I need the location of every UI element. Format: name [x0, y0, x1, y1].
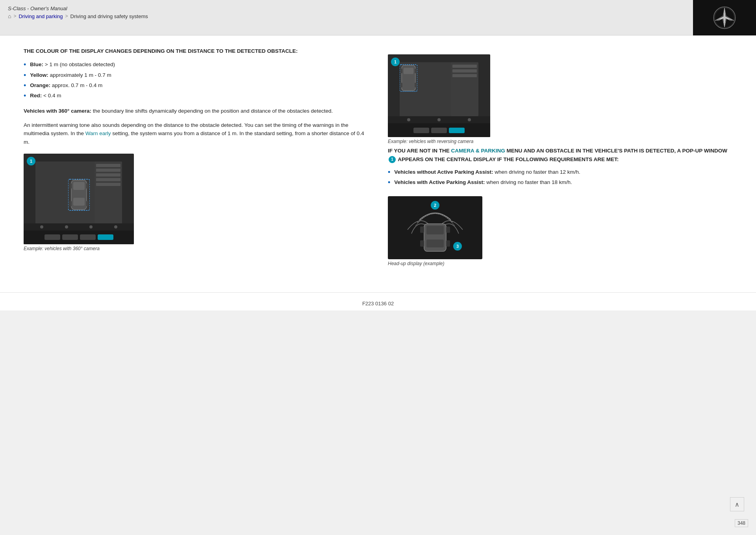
sidebar-line — [96, 178, 120, 181]
manual-title: S-Class - Owner's Manual — [8, 3, 748, 13]
screen-button — [44, 234, 60, 240]
screen-button — [449, 128, 465, 133]
nav-dot — [468, 118, 471, 121]
list-item-no-parking-assist: • Vehicles without Active Parking Assist… — [388, 168, 732, 176]
svg-rect-28 — [420, 227, 424, 233]
screen-bottom-bar-right — [388, 123, 490, 137]
right-column: 1 — [388, 47, 732, 269]
badge-1-right: 1 — [391, 58, 400, 66]
bullet-dot: • — [24, 82, 26, 89]
breadcrumb-sep1: > — [13, 13, 16, 19]
doc-code: F223 0136 02 — [362, 301, 394, 307]
right-top-image-container: 1 — [388, 54, 732, 144]
bullet-label-blue: Blue: — [30, 61, 43, 67]
list-item-blue: • Blue: > 1 m (no obstacles detected) — [24, 61, 368, 69]
svg-rect-21 — [415, 69, 417, 73]
breadcrumb: ⌂ > Driving and parking > Driving and dr… — [8, 13, 748, 22]
hud-image-container: 2 — [388, 196, 732, 266]
left-column: THE COLOUR OF THE DISPLAY CHANGES DEPEND… — [24, 47, 368, 269]
sidebar-line — [96, 173, 120, 176]
bullet-dot: • — [388, 169, 390, 176]
home-icon[interactable]: ⌂ — [8, 13, 11, 19]
sidebar-line — [96, 169, 120, 172]
sidebar-line — [452, 69, 477, 72]
bullet-dot: • — [24, 92, 26, 99]
sidebar-line — [96, 183, 120, 186]
screen-bottom-bar2-right — [388, 116, 490, 123]
screen-button — [80, 234, 96, 240]
list-item-text: Red: < 0.4 m — [30, 92, 61, 100]
camera-360-image: 1 — [24, 154, 134, 244]
svg-rect-13 — [69, 183, 72, 189]
page-content: THE COLOUR OF THE DISPLAY CHANGES DEPEND… — [0, 35, 756, 292]
list-item-red: • Red: < 0.4 m — [24, 92, 368, 100]
badge-2: 2 — [431, 201, 439, 210]
breadcrumb-current: Driving and driving safety systems — [70, 13, 148, 19]
page-header: S-Class - Owner's Manual ⌂ > Driving and… — [0, 0, 756, 35]
right-top-image-caption: Example: vehicles with reversing camera — [388, 139, 732, 144]
page-footer: F223 0136 02 — [0, 292, 756, 310]
screen-bottom-bar2 — [24, 223, 134, 230]
list-item-with-parking-assist: • Vehicles with Active Parking Assist: w… — [388, 178, 732, 186]
badge-1-left: 1 — [27, 157, 35, 165]
list-item-yellow: • Yellow: approximately 1 m - 0.7 m — [24, 71, 368, 79]
no-parking-assist-label: Vehicles without Active Parking Assist: — [394, 169, 493, 175]
list-item-orange: • Orange: approx. 0.7 m - 0.4 m — [24, 82, 368, 89]
sidebar-panel-right — [451, 62, 478, 116]
nav-dot — [89, 225, 93, 228]
svg-rect-31 — [446, 240, 450, 247]
camera-parking-link[interactable]: CAMERA & PARKING — [451, 148, 505, 154]
vehicles-360-bold: Vehicles with 360° camera: — [24, 108, 91, 114]
screen-button — [431, 128, 447, 133]
vehicles-360-para: Vehicles with 360° camera: the boundary … — [24, 107, 368, 115]
left-image-caption: Example: vehicles with 360° camera — [24, 246, 368, 251]
list-item-text: Vehicles with Active Parking Assist: whe… — [394, 178, 572, 186]
two-column-layout: THE COLOUR OF THE DISPLAY CHANGES DEPEND… — [24, 47, 732, 269]
badge-3: 3 — [453, 242, 462, 251]
screen-button — [413, 128, 429, 133]
parking-assist-list: • Vehicles without Active Parking Assist… — [388, 168, 732, 187]
svg-rect-22 — [400, 83, 402, 87]
svg-rect-19 — [404, 68, 413, 74]
svg-rect-11 — [73, 182, 85, 190]
car-rear-view-icon — [400, 62, 417, 94]
bullet-dot: • — [24, 72, 26, 79]
list-item-text: Yellow: approximately 1 m - 0.7 m — [30, 71, 111, 79]
screen-button — [62, 234, 78, 240]
nav-dot — [114, 225, 117, 228]
breadcrumb-link-driving[interactable]: Driving and parking — [19, 13, 63, 19]
bullet-dot: • — [24, 61, 26, 68]
camera-reversing-image: 1 — [388, 54, 490, 137]
popup-badge-1: 1 — [389, 156, 396, 163]
svg-rect-27 — [426, 240, 444, 247]
bullet-label-orange: Orange: — [30, 82, 50, 88]
svg-rect-16 — [86, 201, 89, 206]
svg-rect-15 — [69, 201, 72, 206]
sidebar-line — [452, 65, 477, 68]
svg-rect-12 — [73, 198, 85, 206]
bullet-dot: • — [388, 179, 390, 186]
screen-bottom-bar — [24, 230, 134, 244]
breadcrumb-sep2: > — [65, 13, 68, 19]
popup-warning-heading: IF YOU ARE NOT IN THE CAMERA & PARKING M… — [388, 147, 732, 163]
hud-car-diagram — [396, 202, 474, 253]
sidebar-line — [452, 74, 477, 77]
bullet-label-yellow: Yellow: — [30, 72, 48, 78]
with-parking-assist-label: Vehicles with Active Parking Assist: — [394, 179, 485, 185]
left-heading: THE COLOUR OF THE DISPLAY CHANGES DEPEND… — [24, 47, 368, 55]
list-item-text: Blue: > 1 m (no obstacles detected) — [30, 61, 115, 69]
mercedes-star-icon — [713, 6, 736, 30]
svg-rect-20 — [400, 69, 402, 73]
sidebar-line — [96, 164, 120, 167]
svg-rect-26 — [426, 226, 444, 234]
car-top-view-icon — [68, 176, 90, 214]
list-item-text: Vehicles without Active Parking Assist: … — [394, 168, 580, 176]
nav-dot — [40, 225, 43, 228]
screen-button — [98, 234, 113, 240]
sidebar-panel — [94, 162, 122, 223]
svg-rect-14 — [86, 183, 89, 189]
warn-early-link[interactable]: Warn early — [85, 130, 111, 136]
bullet-label-red: Red: — [30, 93, 42, 98]
warning-tone-para: An intermittent warning tone also sounds… — [24, 121, 368, 147]
list-item-text: Orange: approx. 0.7 m - 0.4 m — [30, 82, 102, 89]
